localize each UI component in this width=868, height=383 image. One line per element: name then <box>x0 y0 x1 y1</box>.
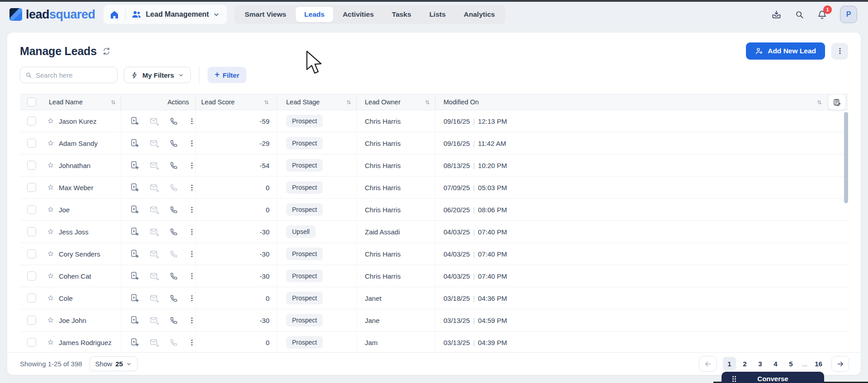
lead-name[interactable]: Adam Sandy <box>59 140 98 147</box>
table-scrollbar[interactable] <box>844 112 848 203</box>
row-checkbox[interactable] <box>27 316 36 325</box>
row-checkbox[interactable] <box>27 271 36 280</box>
pagination-page-1[interactable]: 1 <box>723 357 736 371</box>
send-email-icon[interactable] <box>150 294 159 303</box>
star-icon[interactable] <box>47 117 54 125</box>
row-menu-icon[interactable] <box>189 317 195 324</box>
star-icon[interactable] <box>47 317 54 324</box>
sort-lead-stage[interactable] <box>346 99 352 105</box>
previous-page-button[interactable] <box>699 356 717 372</box>
row-checkbox[interactable] <box>27 139 36 148</box>
tab-tasks[interactable]: Tasks <box>383 7 420 22</box>
send-email-icon[interactable] <box>150 139 159 148</box>
row-menu-icon[interactable] <box>189 206 195 213</box>
search-input[interactable] <box>20 67 118 83</box>
add-activity-icon[interactable] <box>130 183 139 192</box>
refresh-button[interactable] <box>102 47 111 56</box>
lead-name[interactable]: Cohen Cat <box>59 272 91 280</box>
tab-lists[interactable]: Lists <box>421 7 454 22</box>
call-icon[interactable] <box>170 161 178 170</box>
star-icon[interactable] <box>47 140 54 147</box>
lead-name[interactable]: Cole <box>59 294 73 302</box>
add-new-lead-button[interactable]: Add New Lead <box>746 42 825 60</box>
lead-name[interactable]: Johnathan <box>59 162 90 169</box>
more-options-button[interactable] <box>831 43 848 60</box>
send-email-icon[interactable] <box>150 161 159 170</box>
send-email-icon[interactable] <box>150 183 159 192</box>
column-settings-button[interactable] <box>828 94 846 110</box>
row-menu-icon[interactable] <box>189 295 195 302</box>
row-menu-icon[interactable] <box>189 118 195 125</box>
row-menu-icon[interactable] <box>189 140 195 147</box>
select-all-checkbox[interactable] <box>27 98 36 107</box>
tab-activities[interactable]: Activities <box>334 7 382 22</box>
row-menu-icon[interactable] <box>189 339 195 346</box>
search-button[interactable] <box>794 9 804 19</box>
lead-name[interactable]: Joe John <box>59 317 86 324</box>
call-icon[interactable] <box>170 139 178 148</box>
star-icon[interactable] <box>47 228 54 235</box>
add-activity-icon[interactable] <box>130 139 139 148</box>
row-checkbox[interactable] <box>27 294 36 303</box>
row-menu-icon[interactable] <box>189 184 195 191</box>
star-icon[interactable] <box>47 272 54 280</box>
lead-name[interactable]: Jason Kurez <box>59 117 96 125</box>
drag-handle-icon[interactable] <box>731 375 737 383</box>
send-email-icon[interactable] <box>150 249 159 259</box>
call-icon[interactable] <box>170 183 178 192</box>
add-activity-icon[interactable] <box>130 316 139 325</box>
notifications-button[interactable]: 1 <box>817 9 827 20</box>
user-avatar[interactable]: P <box>840 6 857 23</box>
sort-lead-owner[interactable] <box>425 99 430 105</box>
pagination-page-3[interactable]: 3 <box>754 357 767 371</box>
sort-lead-score[interactable] <box>264 99 269 105</box>
row-checkbox[interactable] <box>27 338 36 347</box>
row-menu-icon[interactable] <box>189 251 195 257</box>
row-checkbox[interactable] <box>27 249 36 258</box>
tab-leads[interactable]: Leads <box>296 7 333 22</box>
sort-lead-name[interactable] <box>110 99 116 105</box>
tab-analytics[interactable]: Analytics <box>455 7 504 22</box>
row-checkbox[interactable] <box>27 161 36 170</box>
pagination-page-2[interactable]: 2 <box>738 357 751 371</box>
send-email-icon[interactable] <box>150 205 159 215</box>
call-icon[interactable] <box>170 338 178 347</box>
call-icon[interactable] <box>170 250 178 258</box>
star-icon[interactable] <box>47 184 54 191</box>
lead-name[interactable]: Jess Joss <box>59 228 89 236</box>
row-menu-icon[interactable] <box>189 229 195 235</box>
call-icon[interactable] <box>170 272 178 280</box>
call-icon[interactable] <box>170 117 178 126</box>
row-checkbox[interactable] <box>27 227 36 236</box>
next-page-button[interactable] <box>831 356 849 372</box>
lead-management-menu[interactable]: Lead Management <box>131 9 220 20</box>
add-activity-icon[interactable] <box>130 338 139 347</box>
add-filter-button[interactable]: + Filter <box>208 67 246 83</box>
row-checkbox[interactable] <box>27 183 36 192</box>
call-icon[interactable] <box>170 316 178 325</box>
add-activity-icon[interactable] <box>130 271 139 280</box>
row-checkbox[interactable] <box>27 205 36 214</box>
add-activity-icon[interactable] <box>130 249 139 258</box>
star-icon[interactable] <box>47 339 54 346</box>
my-filters-button[interactable]: My Filters <box>124 67 191 83</box>
inbox-button[interactable] <box>771 9 782 20</box>
star-icon[interactable] <box>47 250 54 257</box>
add-activity-icon[interactable] <box>130 227 139 236</box>
call-icon[interactable] <box>170 228 178 236</box>
leadsquared-logo[interactable]: leadsquared <box>9 8 95 22</box>
row-menu-icon[interactable] <box>189 273 195 280</box>
add-activity-icon[interactable] <box>130 117 139 126</box>
lead-name[interactable]: Cory Senders <box>59 250 100 258</box>
lead-name[interactable]: James Rodriguez <box>59 339 112 346</box>
add-activity-icon[interactable] <box>130 161 139 170</box>
home-button[interactable] <box>109 9 120 20</box>
pagination-page-4[interactable]: 4 <box>769 357 782 371</box>
send-email-icon[interactable] <box>150 271 159 281</box>
call-icon[interactable] <box>170 294 178 303</box>
row-checkbox[interactable] <box>27 117 36 126</box>
star-icon[interactable] <box>47 162 54 169</box>
row-menu-icon[interactable] <box>189 162 195 169</box>
star-icon[interactable] <box>47 206 54 213</box>
star-icon[interactable] <box>47 294 54 302</box>
